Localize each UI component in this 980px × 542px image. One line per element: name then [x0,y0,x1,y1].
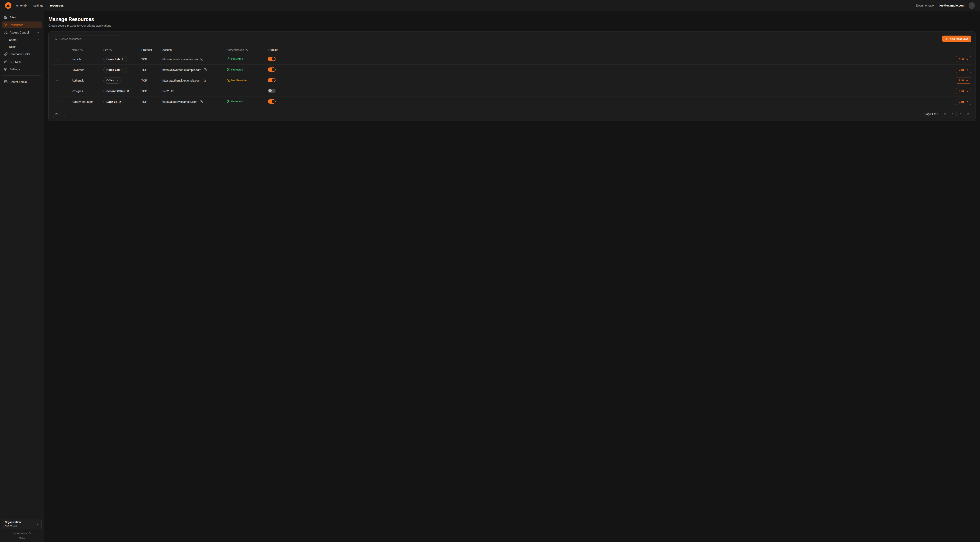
chevron-down-icon [60,113,63,115]
edit-label: Edit [959,79,964,82]
copy-icon [171,89,174,92]
gear-icon [4,67,8,71]
enabled-toggle[interactable] [268,89,275,93]
search-input[interactable] [53,35,120,42]
sidebar-item-label: Settings [10,68,40,71]
table-row: Immich Home Lab TCP https://immich.examp… [53,54,971,65]
copy-button[interactable] [202,78,206,82]
sidebar-item-settings[interactable]: Settings [2,66,42,73]
page-size-select[interactable]: 20 [53,111,65,117]
sort-authentication-header[interactable]: Authentication [227,48,248,51]
edit-button[interactable]: Edit [956,67,971,73]
edit-button[interactable]: Edit [956,77,971,84]
sidebar-item-users[interactable]: Users [2,37,42,43]
shield-check-icon [227,68,230,71]
header-protocol-label: Protocol [142,48,162,51]
pangolin-logo-icon[interactable] [5,2,11,9]
edit-button[interactable]: Edit [956,56,971,62]
enabled-toggle[interactable] [268,57,275,61]
site-link-button[interactable]: Home Lab [103,67,127,73]
arrow-right-icon [966,69,968,71]
copy-button[interactable] [199,100,203,104]
resource-name: Immich [72,57,103,61]
search-icon [55,37,58,40]
arrow-up-right-icon [119,100,121,103]
row-menu-button[interactable] [54,57,60,62]
sidebar-item-label: API Keys [10,60,40,63]
resource-protocol: TCP [142,79,162,82]
open-source-link[interactable]: Open Source [2,532,42,535]
sidebar-item-resources[interactable]: Resources [2,21,42,28]
user-avatar[interactable]: J [969,2,975,9]
resources-table: Name Site Protocol Access [53,46,971,107]
auth-label: Protected [231,100,243,103]
documentation-link[interactable]: Documentation [916,4,935,7]
sidebar-item-sites[interactable]: Sites [2,14,42,21]
copy-icon [200,57,204,61]
shield-check-icon [227,57,230,61]
site-link-button[interactable]: Second Office [103,88,132,94]
copy-button[interactable] [203,68,207,72]
organization-value: Home Lab [5,524,35,527]
organization-label: Organization [5,521,35,524]
enabled-toggle[interactable] [268,67,275,72]
link-icon [4,52,8,56]
enabled-toggle[interactable] [268,78,275,82]
sidebar-item-access-control[interactable]: Access Control [2,29,42,36]
sort-name-header[interactable]: Name [72,48,83,51]
page-title: Manage Resources [48,16,975,22]
previous-page-button[interactable] [950,111,956,117]
enabled-toggle[interactable] [268,99,275,104]
organization-select[interactable]: Organization Home Lab [2,519,42,529]
breadcrumb-home-lab[interactable]: home-lab [15,4,27,7]
key-icon [4,60,8,63]
page-subtitle: Create secure proxies to your private ap… [48,24,975,27]
shield-check-icon [227,100,230,103]
first-page-button[interactable] [942,111,948,117]
ellipsis-icon [56,79,59,82]
header-name-label: Name [72,48,79,51]
breadcrumb-settings[interactable]: settings [33,4,43,7]
auth-label: - [227,90,228,93]
site-link-button[interactable]: Edge 01 [103,99,124,105]
ellipsis-icon [56,100,59,104]
page-info: Page 1 of 1 [924,112,939,115]
sidebar-item-label: Sites [10,16,40,19]
edit-label: Edit [959,68,964,71]
resources-icon [4,23,8,27]
sidebar-item-api-keys[interactable]: API Keys [2,58,42,65]
sidebar-item-shareable-links[interactable]: Shareable Links [2,51,42,57]
next-page-button[interactable] [957,111,964,117]
sidebar-item-label: Roles [9,45,40,48]
edit-button[interactable]: Edit [956,88,971,94]
site-link-button[interactable]: Home Lab [103,56,127,62]
copy-button[interactable] [200,57,204,61]
last-page-button[interactable] [965,111,971,117]
sidebar-divider [2,75,41,76]
user-email[interactable]: joe@example.com [939,4,964,7]
copy-button[interactable] [171,89,175,93]
access-url: https://authentik.example.com [162,79,200,82]
sites-grid-icon [4,16,8,19]
site-link-button[interactable]: Office [103,77,122,84]
sort-site-header[interactable]: Site [103,48,112,51]
pagination-buttons [942,111,971,117]
topbar: home-lab settings resources Documentatio… [0,0,980,11]
edit-label: Edit [959,100,964,104]
row-menu-button[interactable] [54,89,60,94]
table-row: Bitwarden Home Lab TCP https://bitwarden… [53,65,971,75]
ellipsis-icon [56,57,59,61]
resource-protocol: TCP [142,68,162,72]
sidebar-item-label: Resources [10,24,40,26]
row-menu-button[interactable] [54,78,60,83]
arrow-right-icon [966,58,968,61]
row-menu-button[interactable] [54,67,60,72]
sidebar-item-server-admin[interactable]: Server Admin [2,78,42,85]
edit-button[interactable]: Edit [956,99,971,105]
add-resource-button[interactable]: Add Resource [942,35,971,42]
chevrons-right-icon [967,112,970,115]
header-site-label: Site [103,48,108,51]
row-menu-button[interactable] [54,99,60,104]
sidebar-item-roles[interactable]: Roles [2,44,42,50]
search-wrap [53,35,120,42]
